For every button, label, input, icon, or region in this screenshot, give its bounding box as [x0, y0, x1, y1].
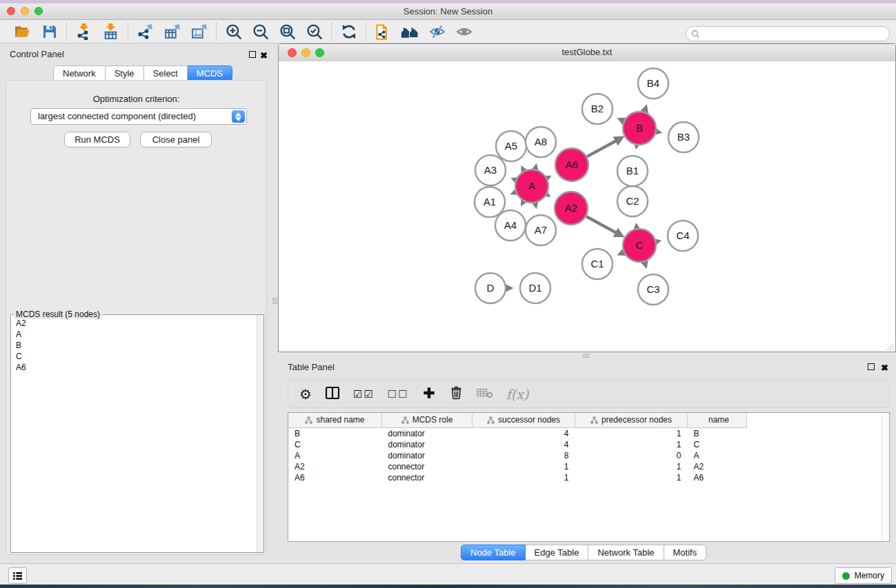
- graph-edge-A-A3[interactable]: [513, 179, 516, 181]
- tab-select[interactable]: Select: [144, 65, 188, 81]
- table-cell: 1: [575, 461, 688, 472]
- import-network-icon[interactable]: [74, 22, 93, 41]
- table-cell: C: [288, 439, 382, 450]
- task-history-button[interactable]: [8, 567, 27, 584]
- graph-edge-A-A4[interactable]: [522, 201, 524, 204]
- table-cell: B: [288, 428, 382, 440]
- result-item-A2[interactable]: A2: [11, 318, 257, 329]
- criterion-dropdown[interactable]: largest connected component (directed): [30, 108, 247, 125]
- network-minimize-icon[interactable]: [301, 48, 310, 57]
- table-panel-tabs: Node TableEdge TableNetwork TableMotifs: [461, 545, 706, 560]
- column-header-MCDS-role[interactable]: MCDS role: [382, 413, 472, 428]
- network-maximize-icon[interactable]: [315, 48, 324, 57]
- delete-table-icon[interactable]: [477, 387, 493, 402]
- column-header-successor-nodes[interactable]: successor nodes: [472, 413, 575, 428]
- open-session-icon[interactable]: [13, 22, 32, 41]
- refresh-icon[interactable]: [339, 22, 358, 41]
- graph-edge-A-A8[interactable]: [535, 165, 536, 169]
- tab-mcds[interactable]: MCDS: [188, 65, 232, 81]
- result-scrollbar[interactable]: [257, 315, 263, 552]
- minimize-window-icon[interactable]: [21, 7, 29, 15]
- table-cell-filler: [747, 461, 890, 472]
- tab-motifs[interactable]: Motifs: [664, 545, 707, 560]
- table-row[interactable]: Cdominator41C: [288, 439, 889, 450]
- graph-edge-C-C3[interactable]: [644, 262, 646, 267]
- export-image-icon[interactable]: [190, 22, 208, 41]
- graph-edge-B-B2[interactable]: [619, 119, 624, 121]
- table-cell: A: [688, 450, 747, 461]
- export-table-icon[interactable]: [163, 22, 181, 41]
- add-row-icon[interactable]: [422, 386, 436, 403]
- close-window-icon[interactable]: [7, 7, 15, 15]
- select-all-icon[interactable]: ☑☑: [353, 388, 375, 401]
- table-panel-title: Table Panel: [288, 362, 335, 372]
- function-builder-icon[interactable]: f(x): [506, 387, 529, 402]
- tab-network-table[interactable]: Network Table: [588, 545, 664, 560]
- tab-network[interactable]: Network: [53, 65, 106, 81]
- memory-button[interactable]: Memory: [835, 567, 892, 584]
- status-bar: Memory: [0, 563, 896, 585]
- zoom-selected-icon[interactable]: [305, 22, 323, 41]
- column-header-predecessor-nodes[interactable]: predecessor nodes: [575, 413, 688, 428]
- tab-edge-table[interactable]: Edge Table: [526, 545, 589, 560]
- show-graphics-details-icon[interactable]: [455, 22, 473, 41]
- graph-edge-C-C1[interactable]: [619, 252, 624, 254]
- result-item-A[interactable]: A: [11, 329, 257, 340]
- home-icon[interactable]: [401, 22, 419, 41]
- network-graph: AA1A2A3A4A5A6A7A8BB1B2B3B4CC1C2C3C4DD1: [279, 61, 895, 352]
- result-item-B[interactable]: B: [11, 340, 257, 351]
- close-panel-button[interactable]: Close panel: [140, 132, 212, 148]
- zoom-in-icon[interactable]: [224, 22, 243, 41]
- graph-edge-A-A5[interactable]: [522, 168, 524, 171]
- delete-rows-icon[interactable]: [449, 385, 464, 403]
- table-row[interactable]: Adominator80A: [288, 450, 889, 461]
- table-panel-float-icon[interactable]: [868, 363, 875, 370]
- graph-edge-A6-B[interactable]: [587, 138, 622, 156]
- tab-node-table[interactable]: Node Table: [461, 545, 526, 560]
- hide-graphics-details-icon[interactable]: [428, 22, 446, 41]
- control-panel-close-icon[interactable]: ✖: [260, 51, 268, 60]
- result-item-C[interactable]: C: [11, 351, 257, 362]
- network-window-titlebar: testGlobe.txt: [279, 44, 895, 62]
- search-box[interactable]: [686, 26, 890, 41]
- graph-edge-C-C4[interactable]: [656, 241, 659, 242]
- column-header-shared-name[interactable]: shared name: [288, 413, 382, 428]
- zoom-fit-icon[interactable]: [278, 22, 297, 41]
- export-network-icon[interactable]: [136, 22, 155, 41]
- graph-edge-A-A6[interactable]: [547, 176, 549, 178]
- vertical-splitter-handle[interactable]: [272, 298, 277, 304]
- search-input[interactable]: [700, 28, 884, 39]
- graph-edge-B-B3[interactable]: [656, 132, 659, 132]
- result-item-A6[interactable]: A6: [11, 362, 257, 373]
- table-panel-close-icon[interactable]: ✖: [881, 363, 888, 372]
- graph-edge-A-A1[interactable]: [512, 192, 516, 194]
- list-icon: [12, 571, 23, 581]
- table-row[interactable]: A6connector11A6: [288, 472, 889, 483]
- table-row[interactable]: Bdominator41B: [288, 428, 889, 440]
- table-row[interactable]: A2connector11A2: [288, 461, 889, 472]
- maximize-window-icon[interactable]: [34, 7, 43, 15]
- graph-edge-C-C2[interactable]: [636, 225, 637, 229]
- settings-gear-icon[interactable]: ⚙: [299, 387, 312, 401]
- resize-grip-icon[interactable]: [886, 342, 895, 351]
- memory-label: Memory: [855, 571, 884, 580]
- save-session-icon[interactable]: [40, 22, 59, 41]
- graph-edge-A-A2[interactable]: [547, 194, 549, 196]
- graph-edge-A-A7[interactable]: [535, 203, 536, 206]
- network-canvas[interactable]: AA1A2A3A4A5A6A7A8BB1B2B3B4CC1C2C3C4DD1: [279, 61, 895, 352]
- unselect-all-icon[interactable]: ☐☐: [388, 388, 409, 401]
- import-table-icon[interactable]: [101, 22, 120, 41]
- network-close-icon[interactable]: [288, 48, 297, 57]
- column-view-icon[interactable]: [325, 385, 340, 403]
- tab-style[interactable]: Style: [106, 65, 144, 81]
- run-mcds-button[interactable]: Run MCDS: [64, 132, 130, 148]
- table-cell: A6: [288, 472, 382, 483]
- column-header-name[interactable]: name: [688, 413, 747, 428]
- graph-edge-B-B4[interactable]: [644, 106, 646, 112]
- network-from-selection-icon[interactable]: [374, 22, 392, 41]
- graph-edge-A2-C[interactable]: [586, 216, 622, 236]
- horizontal-splitter-handle[interactable]: [583, 354, 589, 358]
- control-panel-float-icon[interactable]: [249, 51, 256, 58]
- table-scrollbar[interactable]: [882, 414, 888, 541]
- zoom-out-icon[interactable]: [251, 22, 270, 41]
